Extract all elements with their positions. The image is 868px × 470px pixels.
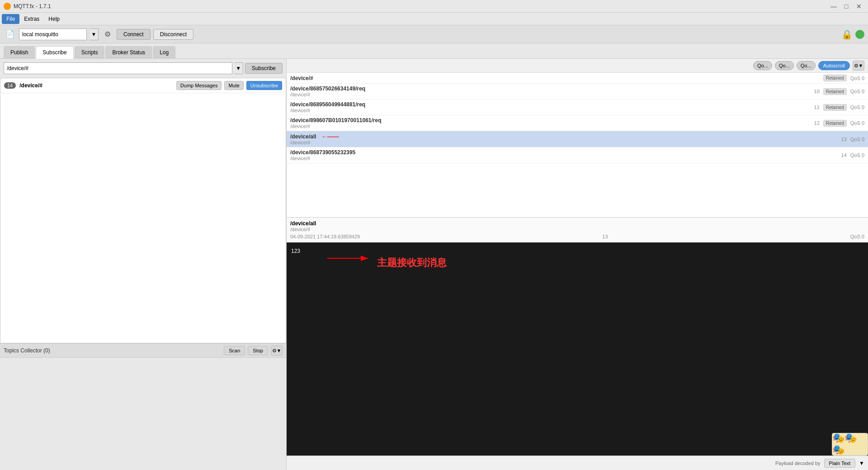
dump-messages-button[interactable]: Dump Messages (176, 81, 222, 90)
lock-icon: 🔒 (841, 29, 853, 40)
detail-subtopic-label: /device/# (290, 227, 316, 232)
msg-num: 12 (814, 120, 820, 126)
message-item[interactable]: /device/868575026634149/req /device/# 10… (287, 84, 868, 100)
qos-badge: QoS 0 (850, 137, 864, 142)
msg-subtopic-text: /device/# (290, 108, 365, 113)
qos-btn-0[interactable]: Qo... (753, 61, 772, 70)
subscribe-row: ▼ Subscribe (0, 59, 286, 78)
menu-help[interactable]: Help (44, 14, 64, 24)
subscription-topic: /device/# (19, 82, 42, 89)
left-panel: ▼ Subscribe 14 /device/# Dump Messages M… (0, 59, 287, 470)
connection-status-indicator (855, 30, 864, 39)
tab-bar: Publish Subscribe Scripts Broker Status … (0, 43, 868, 59)
message-item[interactable]: /device/868739055232395 /device/# 14 QoS… (287, 147, 868, 163)
message-item[interactable]: /device/# Retained QoS 0 (287, 73, 868, 84)
message-item[interactable]: /device/868956049944881/req /device/# 11… (287, 100, 868, 115)
message-item-header: /device/868956049944881/req /device/# 11… (290, 101, 864, 113)
stop-button[interactable]: Stop (248, 346, 268, 355)
toolbar: 📄 ▼ ⚙ Connect Disconnect 🔒 (0, 25, 868, 43)
right-qos-bar: Qo... Qo... Qo... Autoscroll ⚙▼ (287, 59, 868, 73)
detail-meta-bottom: 04-09-2021 17:44:19.63859429 13 QoS 0 (290, 233, 864, 240)
msg-right-cell: 10 Retained QoS 0 (814, 88, 864, 95)
menu-bar: File Extras Help (0, 13, 868, 25)
broker-dropdown-arrow[interactable]: ▼ (90, 28, 99, 40)
menu-extras[interactable]: Extras (19, 14, 44, 24)
qos-btn-1[interactable]: Qo... (775, 61, 794, 70)
app-icon (4, 3, 11, 10)
title-bar: MQTT.fx - 1.7.1 — □ ✕ (0, 0, 868, 13)
msg-subtopic-text: /device/# (290, 140, 339, 145)
topics-collector-body (0, 358, 286, 470)
detail-header: /device/all /device/# 04-09-2021 17:44:1… (287, 218, 868, 242)
message-detail: /device/all /device/# 04-09-2021 17:44:1… (287, 218, 868, 470)
retained-badge: Retained (823, 75, 847, 81)
app-title: MQTT.fx - 1.7.1 (14, 3, 828, 9)
tab-broker-status[interactable]: Broker Status (105, 46, 152, 58)
tab-subscribe[interactable]: Subscribe (36, 46, 73, 59)
topic-dropdown-arrow[interactable]: ▼ (234, 62, 243, 74)
payload-value: 123 (291, 248, 300, 254)
connect-button[interactable]: Connect (117, 29, 151, 40)
autoscroll-button[interactable]: Autoscroll (818, 61, 850, 70)
msg-topic-text: /device/# (290, 75, 313, 81)
annotation-text: 主题接收到消息 (377, 256, 447, 270)
disconnect-button[interactable]: Disconnect (153, 29, 193, 40)
profile-icon-button[interactable]: 📄 (4, 28, 16, 41)
topic-subscribe-input[interactable] (4, 62, 232, 74)
msg-num: 14 (841, 152, 847, 158)
msg-topic-cell: /device/868956049944881/req /device/# (290, 101, 365, 113)
message-item-selected[interactable]: /device/all ←—— /device/# 13 QoS 0 (287, 131, 868, 147)
qos-badge: QoS 0 (850, 152, 864, 158)
subscription-badge: 14 (4, 82, 16, 89)
maximize-button[interactable]: □ (841, 2, 852, 10)
message-item-header: /device/868739055232395 /device/# 14 QoS… (290, 149, 864, 161)
msg-right-cell: Retained QoS 0 (823, 75, 864, 81)
msg-right-cell: 12 Retained QoS 0 (814, 120, 864, 127)
msg-topic-cell: /device/all ←—— /device/# (290, 133, 339, 145)
dropdown-arrow-payload[interactable]: ▼ (859, 460, 864, 466)
msg-topic-text: /device/868739055232395 (290, 149, 355, 156)
tab-scripts[interactable]: Scripts (75, 46, 105, 58)
message-item-header: /device/898607B0101970011061/req /device… (290, 117, 864, 129)
window-controls: — □ ✕ (828, 2, 864, 10)
gear-settings-button[interactable]: ⚙ (101, 28, 114, 41)
msg-topic-cell: /device/898607B0101970011061/req /device… (290, 117, 382, 129)
qos-badge: QoS 0 (850, 89, 864, 94)
right-panel: Qo... Qo... Qo... Autoscroll ⚙▼ /device/… (287, 59, 868, 470)
msg-topic-cell: /device/868575026634149/req /device/# (290, 85, 365, 97)
detail-meta-top: /device/all /device/# (290, 219, 864, 233)
scan-button[interactable]: Scan (224, 346, 245, 355)
bottom-bar: Payload decoded by Plain Text ▼ (287, 456, 868, 470)
subscribe-button[interactable]: Subscribe (245, 63, 283, 74)
sub-item-left: 14 /device/# (4, 82, 42, 89)
message-item-header: /device/# Retained QoS 0 (290, 75, 864, 81)
topics-settings-button[interactable]: ⚙▼ (271, 346, 283, 356)
plain-text-button[interactable]: Plain Text (824, 459, 856, 468)
tab-log[interactable]: Log (153, 46, 175, 58)
retained-badge: Retained (823, 120, 847, 127)
msg-topic-text: /device/898607B0101970011061/req (290, 117, 382, 123)
close-button[interactable]: ✕ (854, 2, 864, 10)
msg-subtopic-text: /device/# (290, 156, 355, 161)
broker-input[interactable] (19, 28, 87, 40)
main-content: ▼ Subscribe 14 /device/# Dump Messages M… (0, 59, 868, 470)
qos-badge: QoS 0 (850, 104, 864, 110)
subscription-item: 14 /device/# Dump Messages Mute Unsubscr… (0, 78, 286, 93)
message-item[interactable]: /device/898607B0101970011061/req /device… (287, 115, 868, 131)
unsubscribe-button[interactable]: Unsubscribe (246, 81, 282, 90)
minimize-button[interactable]: — (828, 2, 839, 10)
retained-badge: Retained (823, 104, 847, 111)
msg-topic-cell: /device/# (290, 75, 313, 81)
mute-button[interactable]: Mute (224, 81, 243, 90)
tab-publish[interactable]: Publish (4, 46, 35, 58)
topics-collector: Topics Collector (0) Scan Stop ⚙▼ (0, 343, 286, 470)
payload-decoded-label: Payload decoded by (775, 461, 821, 466)
msg-subtopic-text: /device/# (290, 123, 382, 129)
msg-subtopic-text: /device/# (290, 92, 365, 97)
right-settings-button[interactable]: ⚙▼ (853, 61, 864, 71)
qos-btn-2[interactable]: Qo... (797, 61, 816, 70)
detail-num: 13 (602, 234, 608, 239)
menu-file[interactable]: File (2, 14, 19, 24)
msg-num: 10 (814, 89, 820, 94)
message-item-header: /device/all ←—— /device/# 13 QoS 0 (290, 133, 864, 145)
